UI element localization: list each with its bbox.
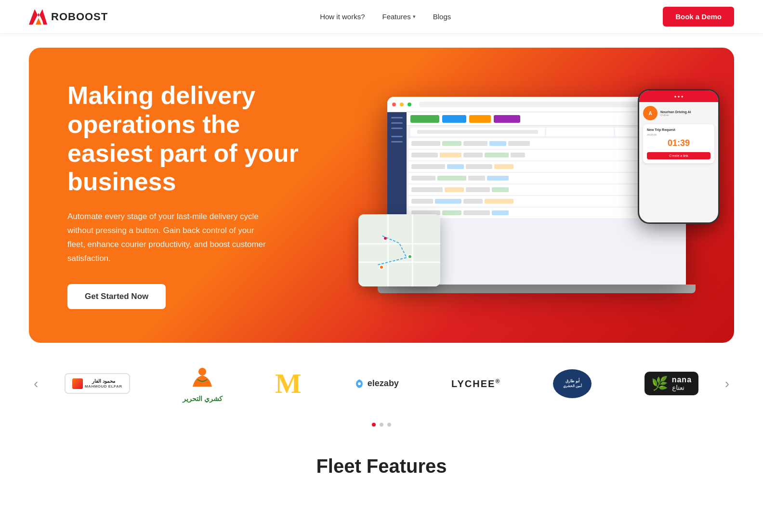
table-cell [485, 199, 513, 204]
hero-subtitle: Automate every stage of your last-mile d… [67, 210, 270, 266]
table-cell [466, 164, 492, 169]
table-cell [442, 210, 461, 215]
client-logo-mahmoud-elfar: محمود الفار MAHMOUD ELFAR [65, 367, 130, 401]
book-demo-button[interactable]: Book a Demo [663, 7, 734, 26]
table-cell [411, 153, 438, 157]
table-cell [487, 176, 509, 181]
map-overlay [358, 214, 440, 286]
phone-user-name: Nourhan Driving Ai [660, 110, 691, 114]
table-cell [411, 164, 445, 169]
kashry-logo-text: كشري التحرير [183, 395, 223, 402]
next-arrow-button[interactable]: › [720, 376, 734, 391]
map-inner [358, 214, 440, 286]
phone-user-info: Nourhan Driving Ai Online [660, 110, 691, 117]
fleet-title: Fleet Features [29, 455, 734, 477]
map-route [358, 214, 440, 286]
table-cell [468, 176, 485, 181]
sidebar-icon [391, 141, 403, 143]
sidebar-icon [391, 117, 403, 118]
phone-user-status: Online [660, 114, 691, 117]
avatar: A [643, 106, 658, 120]
hero-content: Making delivery operations the easiest p… [67, 81, 299, 309]
carousel-dot-1[interactable] [372, 423, 376, 427]
nav-how-it-works[interactable]: How it works? [320, 13, 365, 21]
phone-screen: ● ● ● A Nourhan Driving Ai Online New Tr… [639, 91, 718, 222]
logo-icon [29, 9, 47, 25]
kashry-logo: كشري التحرير [183, 365, 223, 402]
client-logo-elezaby: elezaby [354, 367, 399, 401]
mahmoud-logo-name-en: MAHMOUD ELFAR [85, 384, 122, 389]
clients-logos: محمود الفار MAHMOUD ELFAR كشري التحرير [43, 367, 720, 401]
svg-point-2 [198, 368, 206, 376]
minimize-dot [400, 103, 404, 106]
table-cell [494, 164, 513, 169]
fleet-section: Fleet Features [0, 436, 763, 487]
table-cell [442, 141, 461, 146]
carousel-dot-3[interactable] [387, 423, 391, 427]
nana-logo: 🌿 nana نعناع [645, 372, 698, 395]
clients-section: ‹ محمود الفار MAHMOUD ELFAR [0, 343, 763, 415]
client-logo-nana: 🌿 nana نعناع [645, 367, 698, 401]
carousel-dots [0, 423, 763, 436]
close-dot [392, 103, 396, 106]
table-cell [435, 199, 461, 204]
table-cell [463, 141, 487, 146]
phone-topbar-text: ● ● ● [674, 94, 684, 99]
toolbar-tag-3 [469, 115, 491, 123]
nav-blogs[interactable]: Blogs [433, 13, 451, 21]
abutariq-name: أبو طارق [563, 378, 582, 384]
table-cell [511, 153, 525, 157]
lychee-logo: LYCHEE® [451, 378, 500, 389]
prev-arrow-button[interactable]: ‹ [29, 376, 43, 391]
navbar: ROBOOST How it works? Features ▾ Blogs B… [0, 0, 763, 33]
elezaby-logo: elezaby [354, 378, 399, 389]
table-cell [447, 164, 464, 169]
sidebar-icon [391, 136, 403, 137]
table-cell [492, 210, 509, 215]
features-chevron-icon: ▾ [413, 13, 416, 20]
table-cell [411, 141, 440, 146]
elezaby-logo-text: elezaby [368, 378, 399, 389]
phone-cta-button[interactable]: Create a link [647, 152, 710, 159]
svg-marker-1 [36, 18, 41, 25]
nana-text-ar: نعناع [672, 384, 692, 391]
carousel-dot-2[interactable] [380, 423, 383, 427]
phone-timer: 01:39 [647, 138, 710, 148]
abutariq-subtitle: أمين الخشري [563, 384, 582, 389]
kashry-icon [188, 365, 217, 394]
mahmoud-elfar-logo: محمود الفار MAHMOUD ELFAR [65, 373, 130, 394]
table-cell [445, 187, 464, 192]
phone-card-title: New Trip Request [647, 128, 710, 131]
nav-features[interactable]: Features ▾ [382, 13, 416, 21]
phone-mockup: ● ● ● A Nourhan Driving Ai Online New Tr… [638, 89, 720, 224]
sidebar-icon [391, 128, 403, 129]
hero-mockup: ● ● ● A Nourhan Driving Ai Online New Tr… [368, 94, 705, 296]
table-cell [463, 210, 490, 215]
logo-text: ROBOOST [51, 11, 108, 23]
phone-user-area: A Nourhan Driving Ai Online [643, 106, 714, 120]
kashry-icon-container [188, 365, 217, 394]
logo[interactable]: ROBOOST [29, 9, 108, 25]
table-cell [463, 199, 483, 204]
table-cell [411, 176, 435, 181]
get-started-button[interactable]: Get Started Now [67, 284, 166, 309]
nav-links: How it works? Features ▾ Blogs [320, 13, 451, 21]
table-cell [411, 187, 443, 192]
mcdonalds-logo: M [275, 367, 302, 400]
client-logo-abutariq: أبو طارق أمين الخشري [553, 367, 592, 401]
sidebar-icon [391, 122, 403, 124]
expand-dot [408, 103, 411, 106]
client-logo-mcdonalds: M [275, 367, 302, 401]
toolbar-tag-2 [442, 115, 466, 123]
table-cell [466, 187, 490, 192]
table-cell [485, 153, 509, 157]
phone-card-subtitle: #00548 [647, 133, 710, 136]
table-cell [411, 199, 433, 204]
svg-point-3 [358, 382, 361, 385]
elezaby-icon [354, 378, 365, 389]
phone-content: A Nourhan Driving Ai Online New Trip Req… [639, 102, 718, 170]
client-logo-lychee: LYCHEE® [451, 367, 500, 401]
table-cell [440, 153, 461, 157]
toolbar-tag-1 [410, 115, 439, 123]
nana-text-en: nana [672, 376, 692, 384]
